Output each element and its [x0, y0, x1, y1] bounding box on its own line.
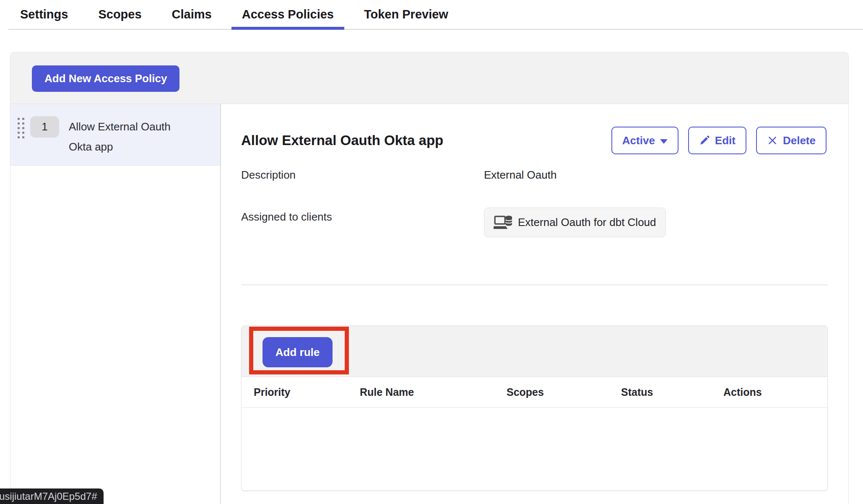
tab-token-preview[interactable]: Token Preview: [354, 0, 459, 29]
edit-button[interactable]: Edit: [688, 127, 746, 154]
access-policies-panel: Add New Access Policy 1 Allow External O…: [10, 52, 849, 504]
tab-access-policies[interactable]: Access Policies: [231, 0, 344, 29]
column-header-priority: Priority: [254, 386, 360, 398]
assigned-clients-label: Assigned to clients: [241, 210, 332, 223]
url-status-bar: usijiutarM7Aj0Ep5d7#: [0, 488, 104, 504]
policy-name: Allow External Oauth Okta app: [69, 117, 190, 157]
delete-button[interactable]: Delete: [756, 127, 827, 154]
rules-table-header: Priority Rule Name Scopes Status Actions: [242, 377, 827, 408]
description-value: External Oauth: [484, 169, 556, 182]
tab-scopes[interactable]: Scopes: [88, 0, 152, 29]
laptop-database-icon: [494, 214, 513, 231]
column-header-scopes: Scopes: [507, 386, 621, 398]
tab-settings[interactable]: Settings: [10, 0, 78, 29]
active-status-dropdown[interactable]: Active: [611, 127, 678, 154]
panel-content: 1 Allow External Oauth Okta app Allow Ex…: [10, 104, 848, 504]
rules-table-body: [242, 408, 827, 490]
policy-list-item[interactable]: 1 Allow External Oauth Okta app: [10, 104, 220, 166]
tabs-bar: Settings Scopes Claims Access Policies T…: [8, 0, 863, 30]
client-chip[interactable]: External Oauth for dbt Cloud: [484, 208, 666, 237]
policy-detail: Allow External Oauth Okta app Active Edi…: [221, 104, 848, 504]
description-label: Description: [241, 169, 296, 182]
column-header-actions: Actions: [723, 386, 827, 398]
policy-list: 1 Allow External Oauth Okta app: [10, 104, 221, 504]
close-icon: [767, 135, 778, 146]
column-header-rule-name: Rule Name: [360, 386, 507, 398]
drag-handle-icon[interactable]: [18, 118, 24, 138]
edit-button-label: Edit: [715, 134, 736, 147]
rules-panel: Add rule Priority Rule Name Scopes Statu…: [241, 325, 828, 491]
client-chip-label: External Oauth for dbt Cloud: [518, 216, 656, 229]
add-new-access-policy-button[interactable]: Add New Access Policy: [32, 65, 179, 92]
tab-claims[interactable]: Claims: [161, 0, 222, 29]
url-status-text: usijiutarM7Aj0Ep5d7#: [0, 488, 97, 504]
policy-title: Allow External Oauth Okta app: [241, 132, 443, 148]
section-divider: [241, 285, 828, 285]
chevron-down-icon: [660, 139, 668, 144]
add-rule-button[interactable]: Add rule: [263, 337, 333, 367]
rules-toolbar: Add rule: [242, 326, 827, 377]
column-header-status: Status: [621, 386, 723, 398]
delete-button-label: Delete: [783, 134, 816, 147]
panel-toolbar: Add New Access Policy: [10, 52, 848, 104]
detail-header: Allow External Oauth Okta app Active Edi…: [241, 127, 827, 154]
priority-badge: 1: [30, 116, 59, 138]
pencil-icon: [699, 135, 710, 146]
detail-actions: Active Edit Delete: [611, 127, 827, 154]
active-status-label: Active: [622, 134, 655, 147]
